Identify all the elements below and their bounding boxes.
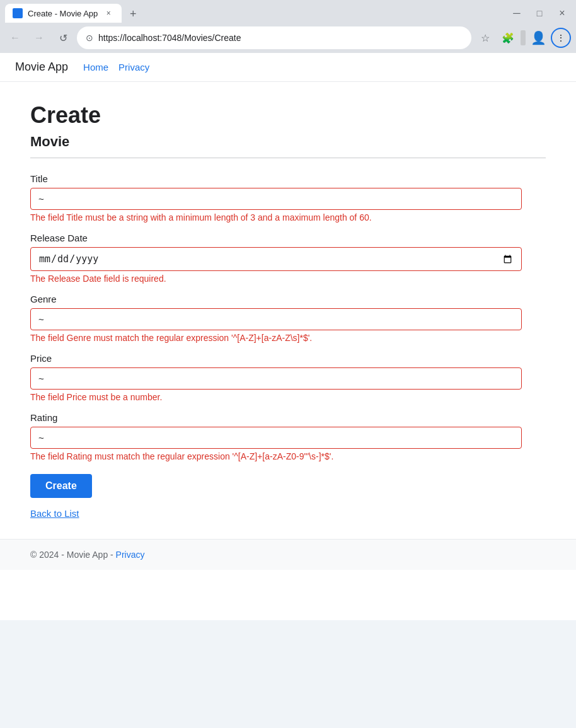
address-text: https://localhost:7048/Movies/Create [98, 33, 463, 43]
forward-button[interactable]: → [29, 28, 49, 48]
app-brand: Movie App [15, 61, 68, 74]
title-error: The field Title must be a string with a … [30, 212, 522, 222]
footer-text: © 2024 - Movie App - [30, 550, 116, 560]
genre-input[interactable] [30, 308, 522, 330]
title-input[interactable] [30, 188, 522, 210]
browser-tab[interactable]: Create - Movie App × [5, 4, 122, 23]
extensions-button[interactable]: 🧩 [498, 28, 518, 48]
entity-heading: Movie [30, 134, 546, 150]
nav-home-link[interactable]: Home [83, 62, 108, 72]
main-content: Create Movie Title The field Title must … [0, 82, 576, 539]
create-movie-form: Title The field Title must be a string w… [30, 173, 546, 519]
rating-label: Rating [30, 412, 546, 423]
nav-privacy-link[interactable]: Privacy [118, 62, 149, 72]
release-date-error: The Release Date field is required. [30, 274, 522, 284]
tab-close-button[interactable]: × [103, 8, 114, 19]
back-to-list-link[interactable]: Back to List [30, 508, 546, 519]
genre-error: The field Genre must match the regular e… [30, 333, 522, 343]
title-field-group: Title The field Title must be a string w… [30, 173, 546, 222]
genre-label: Genre [30, 294, 546, 304]
release-date-input[interactable] [30, 247, 522, 271]
new-tab-button[interactable]: + [124, 5, 142, 23]
tab-title: Create - Movie App [28, 9, 98, 18]
back-button[interactable]: ← [5, 28, 25, 48]
browser-titlebar: Create - Movie App × + ─ □ × [0, 0, 576, 23]
star-button[interactable]: ☆ [475, 28, 495, 48]
release-date-field-group: Release Date The Release Date field is r… [30, 233, 546, 284]
address-bar[interactable]: ⊙ https://localhost:7048/Movies/Create [77, 26, 471, 49]
window-close-button[interactable]: × [553, 4, 571, 22]
genre-field-group: Genre The field Genre must match the reg… [30, 294, 546, 343]
reload-button[interactable]: ↺ [53, 28, 73, 48]
browser-chrome: Create - Movie App × + ─ □ × ← → ↺ ⊙ htt… [0, 0, 576, 53]
toolbar-divider [521, 30, 526, 45]
app-nav-links: Home Privacy [83, 62, 149, 72]
page-footer: © 2024 - Movie App - Privacy [0, 539, 576, 570]
rating-error: The field Rating must match the regular … [30, 451, 522, 461]
maximize-button[interactable]: □ [531, 4, 548, 22]
browser-menu-button[interactable]: ⋮ [551, 28, 571, 48]
rating-input[interactable] [30, 427, 522, 449]
toolbar-actions: ☆ 🧩 👤 ⋮ [475, 28, 571, 48]
price-field-group: Price The field Price must be a number. [30, 353, 546, 402]
tab-favicon [13, 8, 23, 18]
page-wrapper: Movie App Home Privacy Create Movie Titl… [0, 53, 576, 620]
price-label: Price [30, 353, 546, 364]
minimize-button[interactable]: ─ [508, 4, 526, 22]
release-date-label: Release Date [30, 233, 546, 243]
title-label: Title [30, 173, 546, 184]
profile-button[interactable]: 👤 [528, 28, 548, 48]
price-error: The field Price must be a number. [30, 392, 522, 402]
price-input[interactable] [30, 367, 522, 390]
tab-strip: Create - Movie App × + [5, 4, 500, 23]
footer-privacy-link[interactable]: Privacy [116, 550, 145, 560]
form-divider [30, 158, 546, 158]
app-navbar: Movie App Home Privacy [0, 53, 576, 82]
page-heading: Create [30, 102, 546, 129]
create-button[interactable]: Create [30, 474, 92, 498]
rating-field-group: Rating The field Rating must match the r… [30, 412, 546, 461]
security-icon: ⊙ [86, 33, 93, 43]
content-area: Create Movie Title The field Title must … [0, 82, 576, 570]
browser-toolbar: ← → ↺ ⊙ https://localhost:7048/Movies/Cr… [0, 23, 576, 53]
